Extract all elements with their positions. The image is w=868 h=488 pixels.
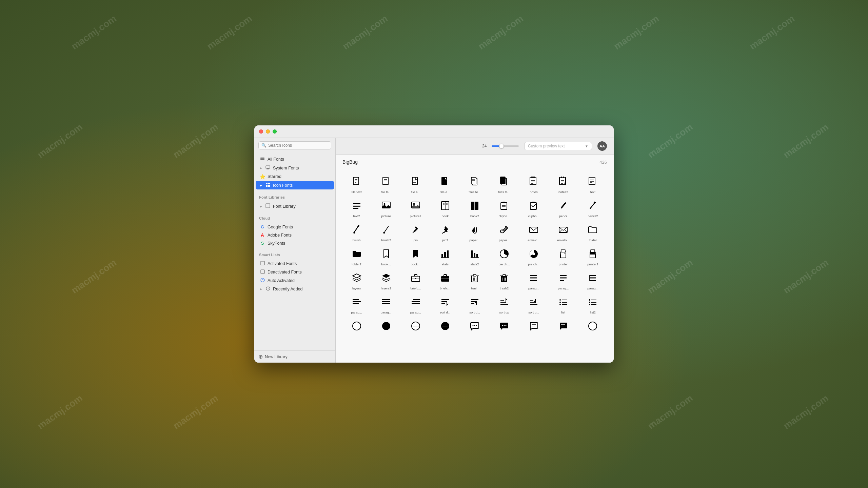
icon-sort-d1[interactable]: sort d...	[431, 293, 459, 316]
icon-book2[interactable]: book2	[460, 197, 489, 220]
icon-trash[interactable]: trash	[460, 269, 489, 292]
icon-paragraph4[interactable]: parag...	[342, 293, 371, 316]
svg-rect-2	[260, 159, 264, 160]
icon-circle5[interactable]	[579, 318, 607, 337]
icon-clipboard1[interactable]: clipbo...	[490, 197, 518, 220]
new-library-button[interactable]: ⊕ New Library	[254, 350, 335, 363]
icon-paperclip2[interactable]: paper...	[490, 221, 518, 244]
search-input[interactable]	[268, 143, 328, 148]
icon-brush2[interactable]: brush2	[372, 221, 400, 244]
icon-trash2[interactable]: trash2	[490, 269, 518, 292]
sidebar-item-icon-fonts[interactable]: ▶ Icon Fonts	[256, 181, 334, 189]
icon-files-te1[interactable]: files te...	[460, 173, 489, 196]
icon-list1[interactable]: list	[549, 293, 577, 316]
icon-notes[interactable]: notes	[520, 173, 548, 196]
sidebar-item-system-fonts[interactable]: ▶ System Fonts	[256, 164, 334, 172]
icon-sort-u[interactable]: sort u...	[520, 293, 548, 316]
minimize-button[interactable]	[266, 129, 270, 134]
pie-ch1-label: pie ch...	[498, 262, 510, 266]
icon-circle3[interactable]	[401, 318, 430, 337]
icon-envelope1[interactable]: envelo...	[520, 221, 548, 244]
sidebar-item-all-fonts[interactable]: All Fonts	[256, 155, 334, 163]
icon-clipboard2[interactable]: clipbo...	[520, 197, 548, 220]
icon-chat3[interactable]	[520, 318, 548, 337]
icon-file-e2[interactable]: file e...	[431, 173, 459, 196]
icon-paragraph5[interactable]: parag...	[372, 293, 400, 316]
icon-sort-up[interactable]: sort up	[490, 293, 518, 316]
icon-stats[interactable]: stats	[431, 245, 459, 268]
sidebar-item-deactivated-fonts[interactable]: Deactivated Fonts	[256, 268, 334, 276]
icon-pie-ch2[interactable]: pie ch...	[520, 245, 548, 268]
icon-brush[interactable]: brush	[342, 221, 371, 244]
icon-list2[interactable]: list2	[579, 293, 607, 316]
icon-pencil[interactable]: pencil	[549, 197, 577, 220]
icon-folder[interactable]: folder	[579, 221, 607, 244]
titlebar	[254, 125, 614, 138]
icon-folder2[interactable]: folder2	[342, 245, 371, 268]
notes-symbol	[529, 177, 539, 188]
svg-marker-105	[382, 274, 390, 278]
icon-layers[interactable]: layers	[342, 269, 371, 292]
icon-circle2[interactable]	[372, 318, 400, 337]
svg-rect-87	[441, 254, 443, 258]
book-label: book	[442, 214, 449, 218]
paragraph3-symbol	[588, 273, 598, 285]
close-button[interactable]	[259, 129, 263, 134]
sidebar-item-adobe-fonts[interactable]: A Adobe Fonts	[256, 231, 334, 239]
icon-text2[interactable]: text2	[342, 197, 371, 220]
icon-fonts-arrow: ▶	[260, 184, 262, 187]
sidebar-item-label-starred: Starred	[268, 174, 281, 179]
preview-text-dropdown[interactable]: Custom preview text ▼	[524, 142, 592, 150]
search-box[interactable]: 🔍	[258, 141, 331, 149]
sidebar-item-auto-activated[interactable]: Auto Activated	[256, 277, 334, 285]
sidebar-item-recently-added[interactable]: ▶ Recently Added	[256, 285, 334, 293]
svg-rect-102	[590, 254, 595, 258]
icon-pie-ch1[interactable]: pie ch...	[490, 245, 518, 268]
size-slider-thumb[interactable]	[499, 144, 504, 148]
icon-chat4[interactable]	[549, 318, 577, 337]
icon-book[interactable]: book	[431, 197, 459, 220]
icon-bookmark2[interactable]: book...	[401, 245, 430, 268]
icon-circle4[interactable]	[431, 318, 459, 337]
icon-picture[interactable]: picture	[372, 197, 400, 220]
icon-pin[interactable]: pin	[401, 221, 430, 244]
sidebar-item-google-fonts[interactable]: G Google Fonts	[256, 223, 334, 231]
icon-briefcase2[interactable]: briefc...	[431, 269, 459, 292]
sidebar-item-activated-fonts[interactable]: Activated Fonts	[256, 260, 334, 268]
svg-rect-66	[502, 202, 505, 203]
icon-files-te2[interactable]: files te...	[490, 173, 518, 196]
icon-printer2[interactable]: printer2	[579, 245, 607, 268]
icon-file-te[interactable]: file te...	[372, 173, 400, 196]
avatar-button[interactable]: AA	[597, 141, 607, 151]
icon-envelope2[interactable]: envelo...	[549, 221, 577, 244]
maximize-button[interactable]	[273, 129, 277, 134]
sidebar-item-starred[interactable]: ⭐ Starred	[256, 172, 334, 181]
icon-paragraph6[interactable]: parag...	[401, 293, 430, 316]
icon-sort-d2[interactable]: sort d...	[460, 293, 489, 316]
icon-layers2[interactable]: layers2	[372, 269, 400, 292]
icon-paperclip1[interactable]: paper...	[460, 221, 489, 244]
content-toolbar: 24 Custom preview text ▼ AA	[336, 138, 614, 155]
icon-circle1[interactable]	[342, 318, 371, 337]
icon-bookmark1[interactable]: book...	[372, 245, 400, 268]
icon-briefcase1[interactable]: briefc...	[401, 269, 430, 292]
icon-stats2[interactable]: stats2	[460, 245, 489, 268]
sidebar-item-skyfonts[interactable]: S SkyFonts	[256, 239, 334, 247]
icon-file-text[interactable]: file text	[342, 173, 371, 196]
icon-paragraph3[interactable]: parag...	[579, 269, 607, 292]
clipboard1-symbol	[499, 201, 509, 212]
icon-text[interactable]: text	[579, 173, 607, 196]
icon-chat2[interactable]	[490, 318, 518, 337]
icon-printer[interactable]: printer	[549, 245, 577, 268]
icon-paragraph1[interactable]: parag...	[520, 269, 548, 292]
svg-point-80	[383, 232, 385, 233]
icon-file-e1[interactable]: file e...	[401, 173, 430, 196]
icon-pencil2[interactable]: pencil2	[579, 197, 607, 220]
icon-notes2[interactable]: notes2	[549, 173, 577, 196]
text2-symbol	[352, 201, 362, 212]
icon-pin2[interactable]: pin2	[431, 221, 459, 244]
sidebar-item-font-library[interactable]: ▶ Font Library	[256, 202, 334, 210]
icon-paragraph2[interactable]: parag...	[549, 269, 577, 292]
icon-chat1[interactable]	[460, 318, 489, 337]
icon-picture2[interactable]: picture2	[401, 197, 430, 220]
